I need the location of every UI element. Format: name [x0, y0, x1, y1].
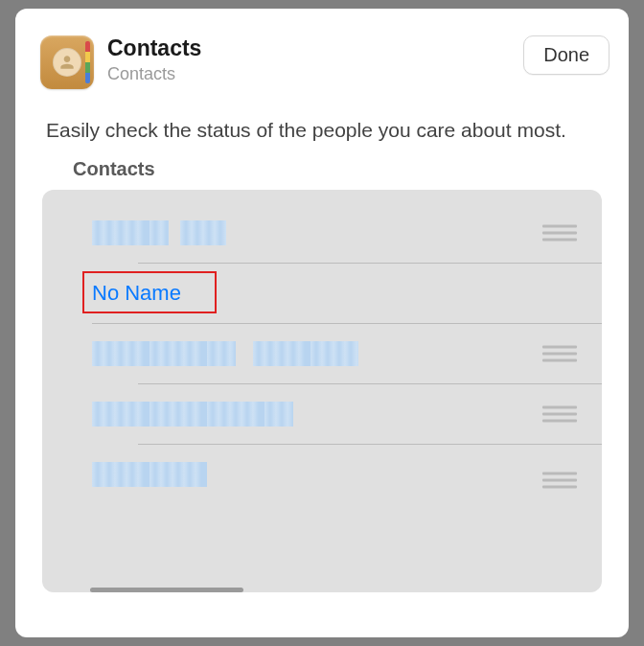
- redacted-name: [253, 341, 358, 366]
- description-text: Easily check the status of the people yo…: [15, 116, 629, 145]
- icon-color-tabs: [85, 41, 90, 83]
- header-text: Contacts Contacts: [107, 35, 523, 84]
- horizontal-scroll-indicator[interactable]: [90, 588, 243, 592]
- drag-handle-icon[interactable]: [542, 473, 577, 489]
- list-item[interactable]: [42, 384, 602, 444]
- redacted-name: [92, 462, 207, 487]
- drag-handle-icon[interactable]: [542, 406, 577, 423]
- redacted-name: [92, 402, 293, 427]
- contacts-list-panel: No Name: [42, 190, 602, 592]
- drag-handle-icon[interactable]: [542, 346, 577, 362]
- section-title: Contacts: [15, 158, 629, 190]
- contacts-modal: Contacts Contacts Done Easily check the …: [15, 9, 629, 637]
- app-title: Contacts: [107, 35, 523, 62]
- redacted-name: [92, 341, 236, 366]
- app-subtitle: Contacts: [107, 64, 523, 84]
- list-item[interactable]: [42, 324, 602, 383]
- avatar-icon: [53, 48, 81, 77]
- drag-handle-icon[interactable]: [542, 225, 577, 242]
- contacts-app-icon: [40, 35, 94, 89]
- redacted-name: [92, 220, 169, 245]
- done-button[interactable]: Done: [523, 35, 610, 75]
- list-item[interactable]: No Name: [42, 264, 602, 323]
- redacted-name: [180, 220, 226, 245]
- list-item[interactable]: [42, 445, 602, 516]
- contact-name-label: No Name: [92, 281, 181, 306]
- modal-header: Contacts Contacts Done: [15, 28, 629, 89]
- list-item[interactable]: [42, 203, 602, 263]
